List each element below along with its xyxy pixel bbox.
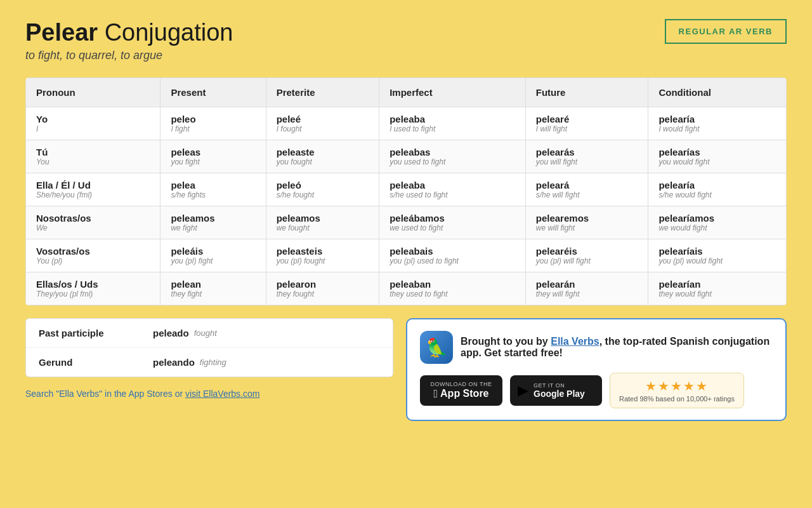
rating-text: Rated 98% based on 10,000+ ratings [619, 395, 735, 403]
pronoun-sub: We [36, 224, 150, 232]
preterite-form: pelearon [277, 279, 369, 290]
promo-header: 🦜 Brought to you by Ella Verbs, the top-… [420, 331, 773, 364]
ella-verbs-link[interactable]: visit EllaVerbs.com [185, 389, 259, 399]
preterite-translation: you fought [277, 157, 369, 166]
cell-imperfect: peleaban they used to fight [379, 272, 526, 305]
cell-future: pelearéis you (pl) will fight [525, 239, 648, 272]
conditional-form: pelearían [658, 279, 776, 290]
conditional-form: pelearía [658, 114, 776, 124]
gerund-value: peleando [153, 357, 195, 368]
imperfect-form: peleaban [390, 279, 515, 290]
present-form: peleo [171, 114, 255, 124]
future-form: pelearás [536, 147, 638, 157]
present-translation: s/he fights [171, 190, 255, 199]
conditional-translation: I would fight [658, 124, 776, 133]
participle-table: Past participle peleado fought Gerund pe… [25, 318, 393, 377]
future-form: pelearéis [536, 246, 638, 257]
cell-pronoun: Tú You [26, 140, 160, 173]
cell-preterite: peleaste you fought [266, 140, 379, 173]
col-preterite: Preterite [266, 78, 379, 107]
cell-future: pelearé I will fight [525, 107, 648, 140]
app-store-label: Download on the [431, 381, 492, 387]
future-form: pelearé [536, 114, 638, 124]
preterite-form: peleamos [277, 213, 369, 224]
conditional-translation: s/he would fight [658, 190, 776, 199]
col-conditional: Conditional [648, 78, 787, 107]
cell-preterite: peleó s/he fought [266, 173, 379, 206]
conditional-form: pelearíais [658, 246, 776, 257]
preterite-translation: s/he fought [277, 190, 369, 199]
present-form: peleas [171, 147, 255, 157]
pronoun-sub: They/you (pl fml) [36, 290, 150, 298]
conjugation-table: Pronoun Present Preterite Imperfect Futu… [25, 77, 787, 305]
present-translation: we fight [171, 224, 255, 232]
ella-verbs-brand-link[interactable]: Ella Verbs [551, 336, 599, 347]
cell-conditional: pelearía s/he would fight [648, 173, 787, 206]
past-participle-row: Past participle peleado fought [26, 319, 393, 348]
pronoun-sub: You [36, 157, 150, 166]
conditional-translation: we would fight [658, 224, 776, 232]
future-translation: they will fight [536, 290, 638, 298]
app-logo: 🦜 [420, 331, 453, 364]
imperfect-translation: we used to fight [390, 224, 515, 232]
preterite-form: peleasteis [277, 246, 369, 257]
present-form: pelea [171, 180, 255, 190]
google-play-button[interactable]: ▶ GET IT ON Google Play [510, 375, 602, 406]
cell-future: peleará s/he will fight [525, 173, 648, 206]
cell-imperfect: peleaba s/he used to fight [379, 173, 526, 206]
cell-pronoun: Ella / Él / Ud She/he/you (fml) [26, 173, 160, 206]
promo-buttons: Download on the  App Store ▶ GET IT ON … [420, 373, 773, 408]
future-translation: you (pl) will fight [536, 257, 638, 265]
cell-preterite: peleé I fought [266, 107, 379, 140]
imperfect-translation: they used to fight [390, 290, 515, 298]
cell-preterite: peleamos we fought [266, 206, 379, 239]
pronoun-main: Tú [36, 147, 150, 157]
present-translation: they fight [171, 290, 255, 298]
cell-present: pelean they fight [160, 272, 266, 305]
imperfect-form: peleábamos [390, 213, 515, 224]
cell-present: peleáis you (pl) fight [160, 239, 266, 272]
future-translation: I will fight [536, 124, 638, 133]
cell-pronoun: Vosotras/os You (pl) [26, 239, 160, 272]
col-pronoun: Pronoun [26, 78, 160, 107]
cell-preterite: pelearon they fought [266, 272, 379, 305]
past-participle-translation: fought [194, 328, 217, 338]
conditional-translation: you (pl) would fight [658, 257, 776, 265]
imperfect-translation: I used to fight [390, 124, 515, 133]
imperfect-form: peleabas [390, 147, 515, 157]
preterite-translation: we fought [277, 224, 369, 232]
preterite-translation: they fought [277, 290, 369, 298]
table-row: Ella / Él / Ud She/he/you (fml) pelea s/… [26, 173, 787, 206]
cell-present: pelea s/he fights [160, 173, 266, 206]
present-translation: I fight [171, 124, 255, 133]
preterite-form: peleé [277, 114, 369, 124]
conditional-form: pelearía [658, 180, 776, 190]
preterite-translation: you (pl) fought [277, 257, 369, 265]
page-subtitle: to fight, to quarrel, to argue [25, 49, 233, 62]
cell-preterite: peleasteis you (pl) fought [266, 239, 379, 272]
gerund-row: Gerund peleando fighting [26, 348, 393, 377]
apple-icon:  [433, 387, 438, 401]
cell-future: pelearán they will fight [525, 272, 648, 305]
table-header-row: Pronoun Present Preterite Imperfect Futu… [26, 78, 787, 107]
cell-conditional: pelearíamos we would fight [648, 206, 787, 239]
promo-text-before: Brought to you by [461, 336, 551, 347]
future-translation: we will fight [536, 224, 638, 232]
imperfect-translation: s/he used to fight [390, 190, 515, 199]
rating-box: ★★★★★ Rated 98% based on 10,000+ ratings [610, 373, 744, 408]
search-text: Search "Ella Verbs" in the App Stores or [25, 389, 185, 399]
google-play-label: GET IT ON [534, 382, 585, 389]
cell-imperfect: peleabais you (pl) used to fight [379, 239, 526, 272]
promo-box: 🦜 Brought to you by Ella Verbs, the top-… [406, 318, 787, 421]
imperfect-form: peleaba [390, 180, 515, 190]
future-form: pelearemos [536, 213, 638, 224]
cell-pronoun: Yo I [26, 107, 160, 140]
promo-description: Brought to you by Ella Verbs, the top-ra… [461, 336, 773, 359]
present-translation: you fight [171, 157, 255, 166]
app-store-button[interactable]: Download on the  App Store [420, 375, 502, 406]
cell-imperfect: peleaba I used to fight [379, 107, 526, 140]
table-row: Vosotras/os You (pl) peleáis you (pl) fi… [26, 239, 787, 272]
imperfect-translation: you (pl) used to fight [390, 257, 515, 265]
gerund-translation: fighting [200, 358, 226, 367]
past-participle-value: peleado [153, 328, 189, 338]
